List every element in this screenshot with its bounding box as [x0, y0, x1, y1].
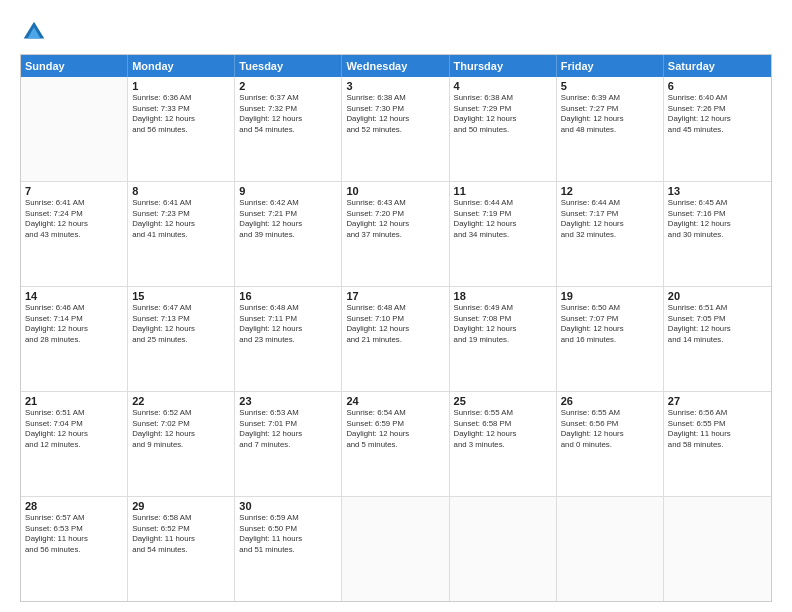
day-number: 15: [132, 290, 230, 302]
day-number: 22: [132, 395, 230, 407]
cell-info: Sunrise: 6:42 AM Sunset: 7:21 PM Dayligh…: [239, 198, 337, 240]
calendar-cell: 3Sunrise: 6:38 AM Sunset: 7:30 PM Daylig…: [342, 77, 449, 181]
calendar-cell: 1Sunrise: 6:36 AM Sunset: 7:33 PM Daylig…: [128, 77, 235, 181]
logo-icon: [20, 18, 48, 46]
day-number: 10: [346, 185, 444, 197]
calendar-cell: 9Sunrise: 6:42 AM Sunset: 7:21 PM Daylig…: [235, 182, 342, 286]
cell-info: Sunrise: 6:50 AM Sunset: 7:07 PM Dayligh…: [561, 303, 659, 345]
cell-info: Sunrise: 6:37 AM Sunset: 7:32 PM Dayligh…: [239, 93, 337, 135]
calendar-cell: 18Sunrise: 6:49 AM Sunset: 7:08 PM Dayli…: [450, 287, 557, 391]
calendar-row-4: 21Sunrise: 6:51 AM Sunset: 7:04 PM Dayli…: [21, 392, 771, 497]
cell-info: Sunrise: 6:45 AM Sunset: 7:16 PM Dayligh…: [668, 198, 767, 240]
day-number: 21: [25, 395, 123, 407]
day-number: 14: [25, 290, 123, 302]
calendar-cell: 2Sunrise: 6:37 AM Sunset: 7:32 PM Daylig…: [235, 77, 342, 181]
calendar-cell: [342, 497, 449, 601]
calendar-cell: 12Sunrise: 6:44 AM Sunset: 7:17 PM Dayli…: [557, 182, 664, 286]
calendar-cell: 24Sunrise: 6:54 AM Sunset: 6:59 PM Dayli…: [342, 392, 449, 496]
calendar: SundayMondayTuesdayWednesdayThursdayFrid…: [20, 54, 772, 602]
cell-info: Sunrise: 6:52 AM Sunset: 7:02 PM Dayligh…: [132, 408, 230, 450]
day-number: 4: [454, 80, 552, 92]
cell-info: Sunrise: 6:54 AM Sunset: 6:59 PM Dayligh…: [346, 408, 444, 450]
cell-info: Sunrise: 6:44 AM Sunset: 7:19 PM Dayligh…: [454, 198, 552, 240]
calendar-cell: [21, 77, 128, 181]
calendar-cell: 28Sunrise: 6:57 AM Sunset: 6:53 PM Dayli…: [21, 497, 128, 601]
calendar-cell: 4Sunrise: 6:38 AM Sunset: 7:29 PM Daylig…: [450, 77, 557, 181]
logo: [20, 18, 52, 46]
day-number: 24: [346, 395, 444, 407]
cell-info: Sunrise: 6:47 AM Sunset: 7:13 PM Dayligh…: [132, 303, 230, 345]
calendar-cell: 15Sunrise: 6:47 AM Sunset: 7:13 PM Dayli…: [128, 287, 235, 391]
cell-info: Sunrise: 6:36 AM Sunset: 7:33 PM Dayligh…: [132, 93, 230, 135]
cell-info: Sunrise: 6:48 AM Sunset: 7:10 PM Dayligh…: [346, 303, 444, 345]
day-number: 19: [561, 290, 659, 302]
header: [20, 18, 772, 46]
day-number: 9: [239, 185, 337, 197]
cell-info: Sunrise: 6:46 AM Sunset: 7:14 PM Dayligh…: [25, 303, 123, 345]
cell-info: Sunrise: 6:40 AM Sunset: 7:26 PM Dayligh…: [668, 93, 767, 135]
day-number: 8: [132, 185, 230, 197]
calendar-cell: 7Sunrise: 6:41 AM Sunset: 7:24 PM Daylig…: [21, 182, 128, 286]
calendar-cell: 8Sunrise: 6:41 AM Sunset: 7:23 PM Daylig…: [128, 182, 235, 286]
calendar-row-2: 7Sunrise: 6:41 AM Sunset: 7:24 PM Daylig…: [21, 182, 771, 287]
day-header-sunday: Sunday: [21, 55, 128, 77]
calendar-cell: 11Sunrise: 6:44 AM Sunset: 7:19 PM Dayli…: [450, 182, 557, 286]
day-header-thursday: Thursday: [450, 55, 557, 77]
calendar-cell: 16Sunrise: 6:48 AM Sunset: 7:11 PM Dayli…: [235, 287, 342, 391]
calendar-cell: 21Sunrise: 6:51 AM Sunset: 7:04 PM Dayli…: [21, 392, 128, 496]
cell-info: Sunrise: 6:57 AM Sunset: 6:53 PM Dayligh…: [25, 513, 123, 555]
calendar-cell: 13Sunrise: 6:45 AM Sunset: 7:16 PM Dayli…: [664, 182, 771, 286]
day-number: 11: [454, 185, 552, 197]
cell-info: Sunrise: 6:51 AM Sunset: 7:04 PM Dayligh…: [25, 408, 123, 450]
day-number: 28: [25, 500, 123, 512]
day-number: 7: [25, 185, 123, 197]
day-number: 16: [239, 290, 337, 302]
calendar-cell: 14Sunrise: 6:46 AM Sunset: 7:14 PM Dayli…: [21, 287, 128, 391]
calendar-body: 1Sunrise: 6:36 AM Sunset: 7:33 PM Daylig…: [21, 77, 771, 601]
calendar-cell: [557, 497, 664, 601]
calendar-cell: 26Sunrise: 6:55 AM Sunset: 6:56 PM Dayli…: [557, 392, 664, 496]
day-number: 29: [132, 500, 230, 512]
day-number: 23: [239, 395, 337, 407]
cell-info: Sunrise: 6:53 AM Sunset: 7:01 PM Dayligh…: [239, 408, 337, 450]
cell-info: Sunrise: 6:39 AM Sunset: 7:27 PM Dayligh…: [561, 93, 659, 135]
day-number: 27: [668, 395, 767, 407]
day-number: 12: [561, 185, 659, 197]
cell-info: Sunrise: 6:56 AM Sunset: 6:55 PM Dayligh…: [668, 408, 767, 450]
calendar-cell: 29Sunrise: 6:58 AM Sunset: 6:52 PM Dayli…: [128, 497, 235, 601]
day-header-monday: Monday: [128, 55, 235, 77]
cell-info: Sunrise: 6:44 AM Sunset: 7:17 PM Dayligh…: [561, 198, 659, 240]
calendar-cell: 6Sunrise: 6:40 AM Sunset: 7:26 PM Daylig…: [664, 77, 771, 181]
day-number: 20: [668, 290, 767, 302]
calendar-cell: 5Sunrise: 6:39 AM Sunset: 7:27 PM Daylig…: [557, 77, 664, 181]
day-number: 3: [346, 80, 444, 92]
calendar-cell: 19Sunrise: 6:50 AM Sunset: 7:07 PM Dayli…: [557, 287, 664, 391]
calendar-cell: 27Sunrise: 6:56 AM Sunset: 6:55 PM Dayli…: [664, 392, 771, 496]
cell-info: Sunrise: 6:38 AM Sunset: 7:30 PM Dayligh…: [346, 93, 444, 135]
day-number: 18: [454, 290, 552, 302]
cell-info: Sunrise: 6:48 AM Sunset: 7:11 PM Dayligh…: [239, 303, 337, 345]
calendar-cell: 23Sunrise: 6:53 AM Sunset: 7:01 PM Dayli…: [235, 392, 342, 496]
calendar-cell: 22Sunrise: 6:52 AM Sunset: 7:02 PM Dayli…: [128, 392, 235, 496]
cell-info: Sunrise: 6:41 AM Sunset: 7:24 PM Dayligh…: [25, 198, 123, 240]
calendar-cell: 30Sunrise: 6:59 AM Sunset: 6:50 PM Dayli…: [235, 497, 342, 601]
day-number: 30: [239, 500, 337, 512]
page: SundayMondayTuesdayWednesdayThursdayFrid…: [0, 0, 792, 612]
day-number: 26: [561, 395, 659, 407]
calendar-cell: 17Sunrise: 6:48 AM Sunset: 7:10 PM Dayli…: [342, 287, 449, 391]
day-number: 1: [132, 80, 230, 92]
cell-info: Sunrise: 6:55 AM Sunset: 6:56 PM Dayligh…: [561, 408, 659, 450]
day-header-tuesday: Tuesday: [235, 55, 342, 77]
cell-info: Sunrise: 6:58 AM Sunset: 6:52 PM Dayligh…: [132, 513, 230, 555]
cell-info: Sunrise: 6:49 AM Sunset: 7:08 PM Dayligh…: [454, 303, 552, 345]
calendar-cell: 20Sunrise: 6:51 AM Sunset: 7:05 PM Dayli…: [664, 287, 771, 391]
cell-info: Sunrise: 6:51 AM Sunset: 7:05 PM Dayligh…: [668, 303, 767, 345]
calendar-cell: [450, 497, 557, 601]
day-header-saturday: Saturday: [664, 55, 771, 77]
day-number: 5: [561, 80, 659, 92]
calendar-header: SundayMondayTuesdayWednesdayThursdayFrid…: [21, 55, 771, 77]
cell-info: Sunrise: 6:38 AM Sunset: 7:29 PM Dayligh…: [454, 93, 552, 135]
cell-info: Sunrise: 6:55 AM Sunset: 6:58 PM Dayligh…: [454, 408, 552, 450]
calendar-cell: [664, 497, 771, 601]
day-number: 25: [454, 395, 552, 407]
